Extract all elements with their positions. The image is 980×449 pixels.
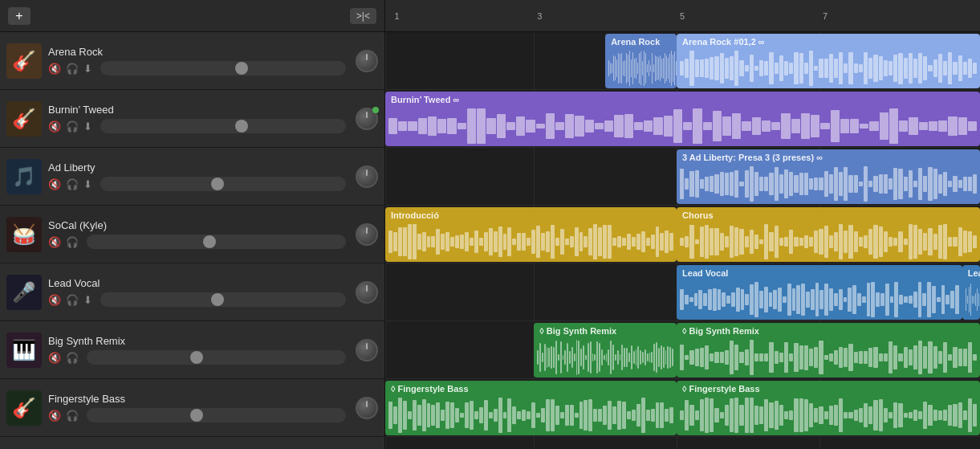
pan-knob-arena-rock[interactable]: [356, 50, 378, 72]
waveform-bar: [470, 238, 474, 247]
waveform-bar: [560, 341, 562, 373]
solo-icon-fingerstyle-bass[interactable]: 🎧: [66, 410, 79, 422]
waveform-bar: [864, 166, 868, 202]
waveform-bar: [814, 408, 818, 423]
waveform-bar: [660, 402, 664, 429]
waveform-bar: [873, 347, 877, 369]
clip-fingerstyle-2[interactable]: ◊ Fingerstyle Bass: [677, 381, 980, 435]
waveform-bar: [632, 52, 633, 84]
clip-big-synth-1[interactable]: ◊ Big Synth Remix: [534, 323, 677, 378]
pan-knob-big-synth-remix[interactable]: [356, 339, 378, 361]
mute-icon-lead-vocal[interactable]: 🔇: [48, 294, 61, 306]
waveform-bar: [644, 120, 653, 131]
clip-chorus-1[interactable]: Chorus: [677, 207, 980, 262]
solo-icon-arena-rock[interactable]: 🎧: [66, 63, 79, 75]
waveform-bar: [899, 295, 903, 304]
waveform-bar: [624, 348, 625, 367]
mute-icon-big-synth-remix[interactable]: 🔇: [48, 352, 61, 364]
volume-slider-fingerstyle-bass[interactable]: [87, 408, 346, 422]
clip-arena-rock-1[interactable]: Arena Rock: [605, 34, 677, 88]
waveform-bar: [575, 227, 579, 257]
volume-slider-lead-vocal[interactable]: [100, 292, 346, 307]
clip-lead-vocal-1[interactable]: Lead Vocal: [677, 265, 962, 320]
download-icon-lead-vocal[interactable]: ⬇: [83, 294, 92, 306]
waveform-bar: [629, 51, 630, 86]
clip-lead-vocal-2[interactable]: Lead: [962, 265, 980, 320]
smart-controls-button[interactable]: >|<: [350, 8, 376, 24]
waveform-bar: [604, 120, 613, 132]
clip-burnin-tweed-1[interactable]: Burnin’ Tweed ∞: [385, 92, 980, 146]
volume-slider-socal-kyle[interactable]: [87, 235, 346, 249]
mute-icon-ad-liberty[interactable]: 🔇: [48, 178, 61, 190]
mute-icon-socal-kyle[interactable]: 🔇: [48, 236, 61, 248]
waveform-bar: [814, 66, 818, 70]
waveform-bar: [560, 412, 564, 419]
clip-ad-liberty-1[interactable]: 3 Ad Liberty: Presa 3 (3 preses) ∞: [677, 149, 980, 204]
clip-title-lead-vocal-1: Lead Vocal: [678, 267, 732, 280]
waveform-bar: [899, 120, 908, 133]
waveform-bar: [834, 167, 838, 201]
waveform-bar: [815, 283, 819, 317]
solo-icon-big-synth-remix[interactable]: 🎧: [66, 352, 79, 364]
track-item-lead-vocal: 🎤Lead Vocal🔇🎧⬇: [0, 263, 384, 321]
waveform-bar: [799, 53, 803, 83]
waveform-bar: [617, 350, 619, 365]
waveform-bar: [889, 61, 893, 76]
pan-knob-fingerstyle-bass[interactable]: [356, 397, 378, 419]
pan-knob-socal-kyle[interactable]: [356, 223, 378, 246]
waveform-bar: [789, 230, 793, 254]
solo-icon-ad-liberty[interactable]: 🎧: [66, 178, 79, 190]
waveform-bar: [641, 231, 645, 252]
waveform-bar: [645, 53, 646, 84]
track-name-lead-vocal: Lead Vocal: [48, 277, 349, 289]
waveform-bar: [465, 402, 469, 429]
clip-arena-rock-2[interactable]: Arena Rock #01,2 ∞: [677, 34, 980, 88]
waveform-bar: [848, 412, 852, 419]
waveform-bar: [824, 171, 828, 196]
clip-title-burnin-tweed-1: Burnin’ Tweed ∞: [387, 93, 463, 106]
solo-icon-lead-vocal[interactable]: 🎧: [66, 294, 79, 306]
waveform-bar: [398, 227, 402, 255]
solo-icon-burnin-tweed[interactable]: 🎧: [66, 120, 79, 133]
mute-icon-burnin-tweed[interactable]: 🔇: [48, 120, 61, 133]
mute-icon-fingerstyle-bass[interactable]: 🔇: [48, 410, 61, 422]
waveform-bar: [506, 122, 515, 131]
waveform-bar: [575, 413, 579, 418]
download-icon-burnin-tweed[interactable]: ⬇: [83, 120, 92, 133]
waveform-bar: [710, 176, 714, 191]
mute-icon-arena-rock[interactable]: 🔇: [48, 63, 61, 75]
waveform-bar: [754, 235, 758, 248]
volume-slider-arena-rock[interactable]: [100, 61, 346, 76]
waveform-bar: [739, 182, 743, 187]
waveform-bar: [809, 178, 813, 190]
waveform-bar: [909, 170, 913, 197]
pan-knob-ad-liberty[interactable]: [356, 165, 378, 188]
download-icon-arena-rock[interactable]: ⬇: [83, 63, 92, 75]
clip-introduccio-1[interactable]: Introducció: [385, 207, 677, 262]
waveform-bar: [745, 349, 749, 366]
download-icon-ad-liberty[interactable]: ⬇: [83, 178, 92, 190]
clip-fingerstyle-1[interactable]: ◊ Fingerstyle Bass: [385, 381, 677, 435]
volume-slider-burnin-tweed[interactable]: [100, 119, 346, 133]
arrangement-view[interactable]: Arena RockArena Rock #01,2 ∞Burnin’ Twee…: [385, 32, 980, 449]
clip-waveform-fingerstyle-1: [385, 395, 677, 435]
waveform-bar: [879, 399, 883, 431]
volume-slider-big-synth-remix[interactable]: [87, 350, 346, 365]
pan-knob-lead-vocal[interactable]: [356, 281, 378, 304]
waveform-bar: [894, 282, 898, 317]
waveform-bar: [408, 224, 412, 259]
add-track-button[interactable]: +: [8, 7, 30, 25]
slider-thumb-fingerstyle-bass: [190, 409, 203, 422]
waveform-bar: [730, 56, 734, 80]
volume-slider-ad-liberty[interactable]: [100, 177, 346, 191]
waveform-bar: [637, 346, 639, 369]
waveform-bar: [418, 118, 427, 133]
clip-big-synth-2[interactable]: ◊ Big Synth Remix: [677, 323, 980, 378]
waveform-bar: [714, 228, 718, 255]
waveform-bar: [919, 122, 928, 130]
waveform-bar: [938, 174, 942, 193]
solo-icon-socal-kyle[interactable]: 🎧: [66, 236, 79, 248]
waveform-bar: [890, 296, 894, 303]
waveform-bar: [455, 408, 459, 422]
pan-knob-burnin-tweed[interactable]: [356, 108, 378, 130]
